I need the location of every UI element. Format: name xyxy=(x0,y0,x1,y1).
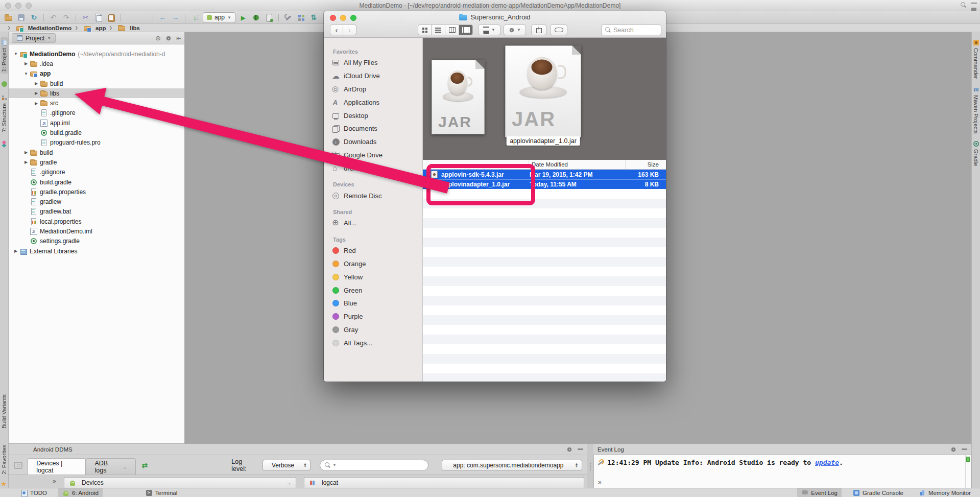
hide-panel-icon[interactable] xyxy=(176,35,181,42)
breadcrumb-item[interactable]: app xyxy=(71,24,106,32)
toolbar-button[interactable] xyxy=(238,13,248,22)
column-view-button[interactable] xyxy=(445,25,459,35)
tree-expand-arrow[interactable] xyxy=(33,81,40,86)
switcher-icon[interactable] xyxy=(971,3,977,8)
toolbar-button[interactable] xyxy=(81,13,90,22)
breadcrumb-item[interactable]: libs xyxy=(106,24,140,32)
sidebar-item[interactable]: Applications xyxy=(324,96,422,109)
sidebar-item[interactable]: Tags xyxy=(324,230,422,244)
tree-expand-arrow[interactable] xyxy=(22,61,30,66)
tree-expand-arrow[interactable] xyxy=(33,91,40,96)
tool-window-button[interactable]: Build Variants xyxy=(1,386,8,429)
more-chevron-icon[interactable]: » xyxy=(53,478,56,485)
toolbar-button[interactable] xyxy=(309,13,319,22)
sidebar-item[interactable]: Blue xyxy=(324,297,422,310)
tree-row[interactable]: app xyxy=(9,69,184,79)
sidebar-item[interactable]: All My Files xyxy=(324,56,422,69)
sidebar-item[interactable]: Gray xyxy=(324,323,422,337)
tree-row[interactable]: MediationDemo.iml xyxy=(9,226,184,236)
tree-row[interactable]: settings.gradle xyxy=(9,236,184,246)
toolbar-button[interactable] xyxy=(138,13,148,22)
app-filter-select[interactable]: app: com.supersonic.mediationdemoapp xyxy=(442,460,582,471)
run-configuration-select[interactable]: app ▼ xyxy=(203,12,235,23)
project-view-select[interactable]: Project ▼ xyxy=(12,33,56,43)
tree-expand-arrow[interactable] xyxy=(12,249,19,253)
tree-row[interactable]: src xyxy=(9,98,184,108)
screenshot-icon[interactable] xyxy=(14,462,22,469)
toolbar-button[interactable] xyxy=(264,13,274,22)
toolbar-button[interactable] xyxy=(49,13,58,22)
devices-pane-tab[interactable]: Devices → xyxy=(64,477,296,488)
tree-row[interactable]: proguard-rules.pro xyxy=(9,138,184,148)
tree-row[interactable]: gradle xyxy=(9,157,184,167)
tree-row[interactable]: gradle.properties xyxy=(9,187,184,197)
jar-file-preview-selected[interactable]: JAR applovinadapter_1.0.jar xyxy=(505,45,581,148)
finder-search-input[interactable]: Search xyxy=(601,25,661,35)
tool-window-button[interactable] xyxy=(1,146,8,378)
tree-row[interactable]: libs xyxy=(9,88,184,98)
toolbar-button[interactable] xyxy=(158,13,168,22)
tool-window-tab[interactable]: Event Log xyxy=(797,488,842,497)
toolbar-button[interactable] xyxy=(126,13,135,22)
sidebar-item[interactable]: Orange xyxy=(324,257,422,271)
tree-row[interactable]: .idea xyxy=(9,59,184,68)
tool-window-button[interactable] xyxy=(1,481,8,488)
tool-window-button[interactable]: Maven Projects xyxy=(973,86,979,134)
share-button[interactable] xyxy=(531,25,546,35)
tree-expand-arrow[interactable] xyxy=(22,150,30,155)
breadcrumb-item[interactable]: MediationDemo xyxy=(4,24,71,32)
tree-expand-arrow[interactable] xyxy=(22,72,30,76)
sidebar-item[interactable]: Red xyxy=(324,244,422,257)
toolbar-button[interactable] xyxy=(296,13,306,22)
locate-file-icon[interactable] xyxy=(155,34,161,42)
sidebar-item[interactable]: Green xyxy=(324,283,422,297)
toolbar-button[interactable] xyxy=(29,13,39,22)
pin-icon[interactable]: → xyxy=(285,480,291,486)
toolbar-button[interactable] xyxy=(283,13,293,22)
tool-window-tab[interactable]: Gradle Console xyxy=(849,488,907,497)
tool-window-button[interactable] xyxy=(1,139,8,146)
hide-panel-icon[interactable] xyxy=(962,448,967,450)
list-view-button[interactable] xyxy=(432,25,445,35)
tree-row[interactable]: app.iml xyxy=(9,118,184,128)
sidebar-item[interactable]: Remote Disc xyxy=(324,189,422,202)
toolbar-button[interactable] xyxy=(76,14,76,21)
sidebar-item[interactable]: Favorites xyxy=(324,42,422,56)
sidebar-item[interactable]: Documents xyxy=(324,122,422,135)
sidebar-item[interactable]: All... xyxy=(324,217,422,230)
sidebar-item[interactable]: Desktop xyxy=(324,109,422,122)
gear-icon[interactable] xyxy=(950,446,957,453)
tag-button[interactable] xyxy=(550,25,567,35)
tool-window-tab[interactable]: Terminal xyxy=(141,488,181,497)
tree-expand-arrow[interactable] xyxy=(12,52,19,56)
tree-row[interactable]: .gitignore xyxy=(9,168,184,177)
arrange-button[interactable]: ▼ xyxy=(478,25,500,35)
sidebar-item[interactable]: AirDrop xyxy=(324,83,422,96)
forward-button[interactable]: › xyxy=(343,25,356,35)
toolbar-button[interactable] xyxy=(153,14,153,21)
tool-window-button[interactable]: Commander xyxy=(973,39,979,79)
sidebar-item[interactable]: iCloud Drive xyxy=(324,69,422,83)
tree-row[interactable]: gradlew xyxy=(9,197,184,206)
tree-row[interactable]: build xyxy=(9,79,184,88)
ddms-tab[interactable]: Devices | logcat xyxy=(28,458,86,475)
sidebar-item[interactable]: Shared xyxy=(324,202,422,217)
date-column-header[interactable]: Date Modified xyxy=(529,160,626,169)
toolbar-button[interactable] xyxy=(251,13,261,22)
size-column-header[interactable]: Size xyxy=(626,160,666,170)
tool-window-button[interactable]: Gradle xyxy=(973,140,979,166)
tree-row[interactable]: gradlew.bat xyxy=(9,207,184,217)
icon-view-button[interactable] xyxy=(418,25,432,35)
more-chevron-icon[interactable]: » xyxy=(598,479,602,486)
sidebar-item[interactable]: Downloads xyxy=(324,135,422,149)
toolbar-button[interactable] xyxy=(93,13,103,22)
search-everywhere-icon[interactable] xyxy=(960,2,967,8)
restart-adb-icon[interactable]: ⇄ xyxy=(142,461,148,469)
logcat-search-input[interactable]: ▼ xyxy=(320,460,428,471)
tool-window-button[interactable]: 2: Favorites xyxy=(1,436,8,474)
scrollbar-thumb[interactable] xyxy=(966,457,970,462)
sidebar-item[interactable]: Yellow xyxy=(324,270,422,283)
tree-row[interactable]: build xyxy=(9,148,184,157)
toolbar-button[interactable] xyxy=(121,14,121,21)
log-level-select[interactable]: Verbose xyxy=(262,460,311,471)
